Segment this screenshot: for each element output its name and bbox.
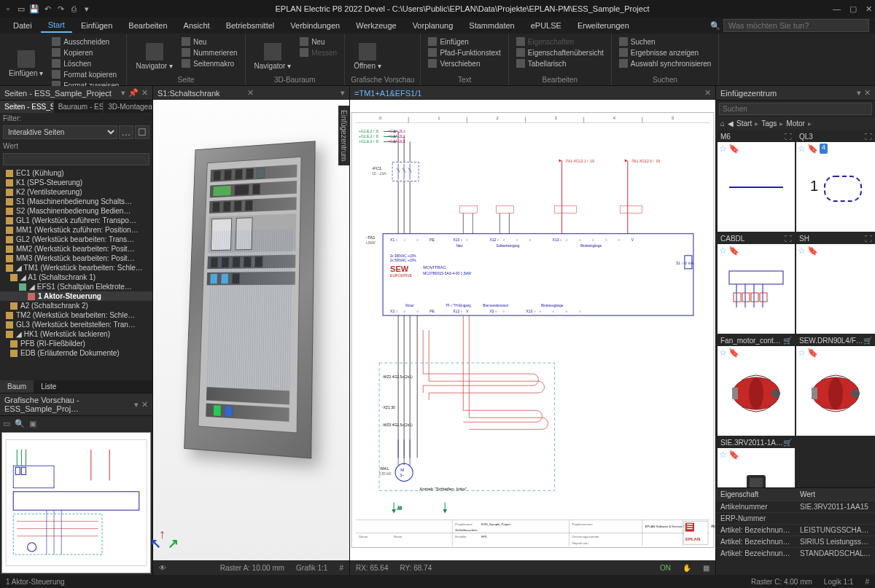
doc-tab-dropdown-icon[interactable]: ▾ — [341, 88, 345, 98]
ribbon-item[interactable]: Eigenschaften — [515, 36, 605, 47]
property-row[interactable]: ERP-Nummer — [716, 513, 875, 525]
tab-erweiterungen[interactable]: Erweiterungen — [570, 19, 637, 32]
star-icon[interactable]: ☆ — [719, 450, 727, 460]
filter-more-button[interactable]: … — [119, 125, 133, 139]
gallery-card[interactable]: SEW.DRN90L4/F…🛒☆🔖 — [796, 335, 875, 436]
home-icon[interactable]: ⌂ — [720, 119, 725, 128]
tree-node[interactable]: MM1 (Werkstück zuführen: Position… — [0, 225, 152, 235]
preview-fit-icon[interactable]: ▣ — [29, 419, 36, 428]
tab-betriebsmittel[interactable]: Betriebsmittel — [219, 19, 282, 32]
cart-icon[interactable]: 🛒 — [783, 439, 792, 447]
ribbon-item[interactable]: Auswahl synchronisieren — [618, 58, 713, 68]
bookmark-icon[interactable]: 🔖 — [728, 246, 739, 256]
tell-me-input[interactable] — [723, 19, 869, 32]
gallery-card[interactable]: SIE.3RV2011-1A…🛒☆🔖 — [718, 437, 795, 487]
back-icon[interactable]: ◀ — [728, 119, 734, 128]
close-button[interactable]: ✕ — [866, 4, 872, 14]
tab-bearbeiten[interactable]: Bearbeiten — [121, 19, 174, 32]
schematic-canvas[interactable]: 012345 +G1.E.2 / .8 +G1.E.2 / .8 +G1.E.2… — [350, 100, 715, 560]
tree-node[interactable]: EC1 (Kühlung) — [0, 168, 152, 178]
ribbon-item[interactable]: Ausschneiden — [50, 36, 120, 47]
star-icon[interactable]: ☆ — [798, 246, 806, 256]
ribbon-item[interactable]: Kopieren — [50, 47, 120, 58]
cart-icon[interactable]: 🛒 — [783, 337, 792, 345]
tree-node[interactable]: ◢ TM1 (Werkstück bearbeiten: Schle… — [0, 263, 152, 273]
property-row[interactable]: Artikel: Bezeichnung 1LEISTUNGSSCHALTER … — [716, 525, 875, 536]
tab-ansicht[interactable]: Ansicht — [176, 19, 217, 32]
value-input[interactable] — [3, 153, 149, 165]
ribbon-item[interactable]: Löschen — [50, 58, 120, 68]
sch-grab-icon[interactable]: ✋ — [682, 564, 691, 572]
crumb-start[interactable]: Start — [736, 119, 752, 128]
tree-tab-liste[interactable]: Liste — [34, 380, 63, 393]
filter-toggle-button[interactable]: ☐ — [135, 125, 149, 139]
crumb-tags[interactable]: Tags — [761, 119, 777, 128]
view3d-menu-icon[interactable]: # — [339, 564, 343, 572]
tree-node[interactable]: S2 (Maschinenbedienung Bedien… — [0, 206, 152, 216]
expand-icon[interactable]: ⛶ — [865, 235, 872, 243]
qat-undo-icon[interactable]: ↶ — [42, 4, 52, 14]
tab-vorplanung[interactable]: Vorplanung — [405, 19, 461, 32]
preview-close-icon[interactable]: ✕ — [141, 400, 148, 409]
nav-tab-3d[interactable]: 3D-Montagea… — [104, 101, 152, 113]
tree-node[interactable]: GL2 (Werkstück bearbeiten: Trans… — [0, 235, 152, 244]
ribbon-item[interactable]: Format kopieren — [50, 69, 120, 79]
ribbon-item[interactable]: Eigenschaftenübersicht — [515, 47, 605, 58]
insert-center-search[interactable] — [719, 103, 872, 115]
crumb-motor[interactable]: Motor — [786, 119, 805, 128]
filter-select[interactable]: Interaktive Seiten — [3, 125, 117, 139]
ribbon-item[interactable]: Verschieben — [427, 58, 502, 68]
tree-node[interactable]: EDB (Erläuternde Dokumente) — [0, 348, 152, 358]
nav-tab-bauraum[interactable]: Bauraum - ES… — [54, 101, 104, 113]
pushpin-icon[interactable]: 📌 — [128, 88, 139, 98]
ribbon-item[interactable]: Neu — [298, 36, 338, 47]
bookmark-icon[interactable]: 🔖 — [807, 348, 818, 358]
tree-node[interactable]: ◢ HK1 (Werkstück lackieren) — [0, 329, 152, 339]
ribbon-item[interactable]: Ergebnisse anzeigen — [618, 47, 713, 58]
ic-pin-icon[interactable]: ▾ — [857, 88, 861, 98]
sch-on-icon[interactable]: ON — [660, 564, 671, 572]
tree-node[interactable]: PFB (RI-Fließbilder) — [0, 339, 152, 348]
status-grid-icon[interactable]: # — [865, 578, 869, 586]
star-icon[interactable]: ☆ — [719, 144, 727, 154]
qat-print-icon[interactable]: ⎙ — [69, 4, 79, 14]
tree-node[interactable]: 1 Aktor-Steuerung — [0, 291, 152, 301]
gallery-card[interactable]: SH⛶☆🔖 — [796, 233, 875, 334]
tab-start[interactable]: Start — [41, 18, 72, 33]
ribbon-einfügen[interactable]: Einfügen ▾ — [6, 36, 46, 90]
tree-node[interactable]: ◢ A1 (Schaltschrank 1) — [0, 273, 152, 282]
preview-open-icon[interactable]: ▭ — [3, 419, 10, 428]
ribbon-item[interactable]: Suchen — [618, 36, 713, 47]
gallery-card[interactable]: CABDL⛶☆🔖 — [718, 233, 795, 334]
qat-save-icon[interactable]: 💾 — [29, 4, 39, 14]
ribbon-item[interactable]: Tabellarisch — [515, 58, 605, 68]
tab-werkzeuge[interactable]: Werkzeuge — [349, 19, 403, 32]
pages-tree[interactable]: EC1 (Kühlung)K1 (SPS-Steuerung)K2 (Venti… — [0, 167, 152, 380]
doc-tab-3d[interactable]: S1:Schaltschrank ✕ ▾ — [153, 86, 349, 100]
gallery-card[interactable]: M6⛶☆🔖 — [718, 131, 795, 232]
preview-pin-icon[interactable]: ▾ — [134, 400, 139, 409]
tree-node[interactable]: GL1 (Werkstück zuführen: Transpo… — [0, 216, 152, 225]
ribbon-item[interactable]: Neu — [180, 36, 239, 47]
tab-datei[interactable]: Datei — [6, 19, 39, 32]
ic-close-icon[interactable]: ✕ — [864, 88, 871, 98]
tab-verbindungen[interactable]: Verbindungen — [283, 19, 347, 32]
nav-tab-seiten[interactable]: Seiten - ESS_S… — [0, 101, 54, 113]
insert-center-gallery[interactable]: M6⛶☆🔖QL3⛶☆🔖41CABDL⛶☆🔖SH⛶☆🔖Fan_motor_cont… — [716, 130, 875, 487]
star-icon[interactable]: ☆ — [719, 246, 727, 256]
tree-tab-baum[interactable]: Baum — [0, 380, 34, 393]
tree-node[interactable]: TM2 (Werkstück bearbeiten: Schle… — [0, 310, 152, 320]
tab-epulse[interactable]: ePULSE — [524, 19, 569, 32]
star-icon[interactable]: ☆ — [719, 348, 727, 358]
tree-node[interactable]: MM3 (Werkstück bearbeiten: Posit… — [0, 254, 152, 263]
cart-icon[interactable]: 🛒 — [863, 337, 872, 345]
bookmark-icon[interactable]: 🔖 — [728, 348, 739, 358]
insert-center-side-tab[interactable]: Einfügezentrum — [338, 106, 349, 165]
ribbon-item[interactable]: Einfügen — [427, 36, 502, 47]
eye-icon[interactable]: 👁 — [159, 564, 166, 572]
tree-node[interactable]: S1 (Maschinenbedienung Schalts… — [0, 197, 152, 206]
ribbon-navigator[interactable]: Navigator ▾ — [133, 36, 176, 76]
ribbon-navigator[interactable]: Navigator ▾ — [252, 36, 295, 76]
ribbon-item[interactable]: Seitenmakro — [180, 58, 239, 68]
gallery-card[interactable]: QL3⛶☆🔖41 — [796, 131, 875, 232]
